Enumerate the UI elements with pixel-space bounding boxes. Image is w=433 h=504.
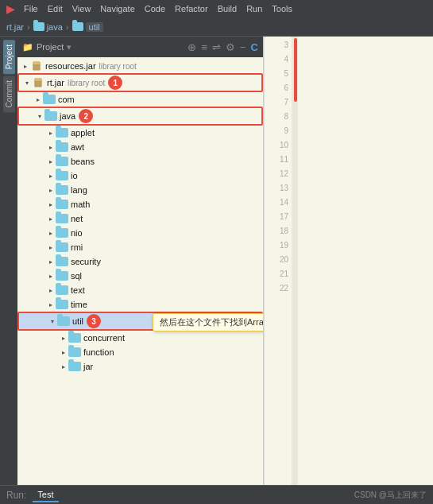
left-tab-commit[interactable]: Commit — [3, 76, 15, 112]
tree-item-com[interactable]: com — [17, 92, 263, 107]
c-icon[interactable]: C — [251, 41, 258, 53]
tree-item-resources[interactable]: resources.jarlibrary root — [17, 59, 263, 73]
tree-arrow-awt[interactable] — [46, 142, 56, 152]
tree-arrow-rtjar[interactable] — [22, 78, 32, 87]
file-tree: resources.jarlibrary root rt.jarlibrary … — [17, 57, 263, 485]
tree-arrow-beans[interactable] — [46, 157, 56, 166]
tree-item-net[interactable]: net — [17, 211, 263, 226]
tree-item-awt[interactable]: awt — [17, 140, 263, 154]
panel-title-label: Project — [37, 42, 64, 52]
tree-arrow-resources[interactable] — [21, 61, 30, 71]
split-icon[interactable]: ⇌ — [212, 41, 221, 53]
line-number: 19 — [265, 238, 292, 253]
tree-label-rtjar: rt.jar — [47, 78, 64, 87]
menu-file[interactable]: File — [24, 4, 38, 14]
menu-view[interactable]: View — [72, 4, 91, 14]
menu-run[interactable]: Run — [246, 4, 262, 14]
menu-code[interactable]: Code — [145, 4, 165, 14]
tree-arrow-nio[interactable] — [46, 228, 56, 238]
app-logo: ▶ — [6, 3, 14, 15]
line-number: 10 — [265, 138, 292, 153]
tree-suffix-rtjar: library root — [68, 79, 105, 87]
tree-arrow-sql[interactable] — [46, 271, 56, 281]
tree-item-io[interactable]: io — [17, 169, 263, 183]
folder-icon-security — [56, 257, 68, 266]
scrollbar-thumb[interactable] — [294, 38, 297, 102]
line-number: 13 — [265, 181, 292, 196]
tree-item-concurrent[interactable]: concurrent — [17, 331, 263, 345]
jar-icon-rtjar — [32, 76, 44, 89]
tree-arrow-function[interactable] — [59, 347, 68, 357]
menu-refactor[interactable]: Refactor — [175, 4, 208, 14]
menu-build[interactable]: Build — [218, 4, 237, 14]
left-tab-project[interactable]: Project — [3, 40, 15, 74]
tree-item-beans[interactable]: beans — [17, 154, 263, 169]
test-tab[interactable]: Test — [33, 488, 58, 502]
breadcrumb-java[interactable]: java — [47, 22, 63, 32]
badge-util: 3 — [87, 314, 101, 328]
tree-arrow-util[interactable] — [48, 316, 57, 326]
tree-suffix-resources: library root — [99, 62, 137, 71]
tree-arrow-applet[interactable] — [46, 128, 56, 138]
tree-label-applet: applet — [71, 128, 95, 138]
tree-item-text[interactable]: text — [17, 283, 263, 297]
tree-item-security[interactable]: security — [17, 254, 263, 269]
tree-arrow-com[interactable] — [33, 95, 43, 104]
folder-icon-lang — [56, 185, 68, 195]
tree-item-applet[interactable]: applet — [17, 126, 263, 140]
tree-arrow-concurrent[interactable] — [59, 333, 68, 343]
tree-item-function[interactable]: function — [17, 345, 263, 359]
line-number: 3 — [265, 38, 292, 52]
line-number: 9 — [265, 124, 292, 138]
folder-icon-time — [56, 300, 68, 309]
tree-arrow-time[interactable] — [46, 300, 56, 309]
menu-tools[interactable]: Tools — [272, 4, 292, 14]
list-icon[interactable]: ≡ — [201, 41, 207, 53]
folder-icon-function — [68, 347, 81, 357]
tree-arrow-math[interactable] — [46, 200, 56, 209]
folder-icon-text — [56, 285, 68, 295]
menu-navigate[interactable]: Navigate — [100, 4, 134, 14]
tree-arrow-security[interactable] — [46, 257, 56, 266]
line-number: 22 — [265, 281, 292, 296]
tree-label-awt: awt — [71, 142, 84, 152]
tree-item-nio[interactable]: nio — [17, 226, 263, 240]
tree-item-time[interactable]: time — [17, 297, 263, 312]
folder-icon-com — [43, 95, 56, 104]
scrollbar[interactable] — [292, 37, 298, 485]
folder-icon-applet — [56, 128, 68, 138]
tree-arrow-io[interactable] — [46, 171, 56, 180]
tree-item-math[interactable]: math — [17, 197, 263, 211]
menu-edit[interactable]: Edit — [48, 4, 63, 14]
tree-item-sql[interactable]: sql — [17, 269, 263, 283]
globe-icon[interactable]: ⊕ — [188, 41, 196, 53]
gear-icon[interactable]: ⚙ — [226, 41, 235, 53]
project-panel: 📁 Project ▾ ⊕ ≡ ⇌ ⚙ − C resources.jarlib… — [17, 37, 264, 485]
folder-icon-rmi — [56, 242, 68, 252]
tree-label-jar: jar — [83, 362, 93, 371]
tree-label-sql: sql — [71, 271, 82, 281]
breadcrumb-util[interactable]: util — [86, 22, 103, 32]
tree-arrow-java[interactable] — [35, 111, 44, 121]
tree-arrow-text[interactable] — [46, 285, 56, 295]
folder-icon-util — [72, 22, 83, 31]
tree-label-security: security — [71, 257, 101, 266]
minus-icon[interactable]: − — [240, 41, 246, 53]
tree-label-beans: beans — [71, 157, 95, 166]
line-number: 17 — [265, 210, 292, 224]
tree-item-lang[interactable]: lang — [17, 183, 263, 197]
line-number: 18 — [265, 224, 292, 238]
tree-item-jar[interactable]: jar — [17, 359, 263, 374]
breadcrumb-rtjar[interactable]: rt.jar — [6, 22, 24, 32]
tree-label-java: java — [60, 111, 75, 121]
folder-icon-beans — [56, 157, 68, 166]
tree-arrow-jar[interactable] — [59, 362, 68, 371]
tree-label-io: io — [71, 171, 78, 180]
tree-item-rmi[interactable]: rmi — [17, 240, 263, 254]
tree-item-java[interactable]: java2 — [17, 107, 263, 126]
tree-arrow-net[interactable] — [46, 214, 56, 223]
tree-arrow-rmi[interactable] — [46, 242, 56, 252]
tree-item-rtjar[interactable]: rt.jarlibrary root1 — [17, 73, 263, 92]
panel-dropdown-arrow[interactable]: ▾ — [67, 42, 72, 52]
tree-arrow-lang[interactable] — [46, 185, 56, 195]
